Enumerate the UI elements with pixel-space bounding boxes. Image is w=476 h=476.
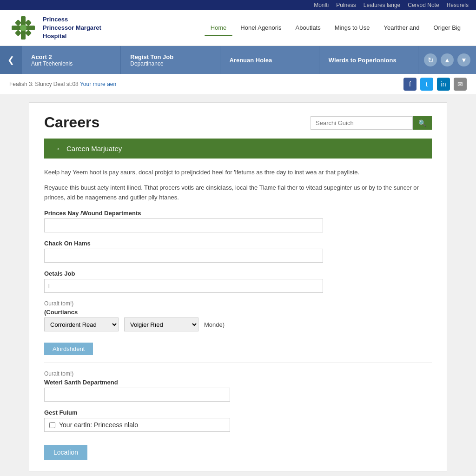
sub-nav-item-3[interactable]: Arenuan Holea (220, 46, 319, 74)
nav-year[interactable]: Yearlther and (378, 20, 426, 36)
nav-origer[interactable]: Origer Big (427, 20, 467, 36)
sub-nav-controls: ↻ ▲ ▼ (418, 46, 476, 74)
careers-form: Princes Nay /Wound Departments Chack On … (44, 210, 432, 460)
optional-label-1: Ouralt tom!) (44, 300, 432, 307)
main-nav: Home Honel Agenoris Aboutlats Mings to U… (123, 20, 467, 36)
sub-nav-item-1[interactable]: Acort 2 Aurt Teehenlenis (22, 46, 121, 74)
desc-text-2: Reyauce this buust aety intent llined. T… (44, 183, 432, 203)
breadcrumb-link[interactable]: Your mure aen (80, 81, 116, 87)
breadcrumb: Fealish 3: Sluncy Deal st:08 Your mure a… (9, 81, 116, 87)
nav-mings[interactable]: Mings to Use (329, 20, 376, 36)
checkbox-row: Your eartln: Princeess nlalo (44, 418, 230, 432)
website-label: Weteri Santh Departmend (44, 379, 432, 386)
field-group-3: Oetals Job (44, 270, 432, 293)
country-select-1[interactable]: Corroirdent Read (44, 317, 119, 331)
sub-nav-up-icon[interactable]: ▲ (441, 53, 454, 66)
green-banner-text: Careen Marjuatey (66, 145, 122, 152)
svg-rect-5 (25, 30, 32, 36)
field3-label: Oetals Job (44, 270, 432, 277)
facebook-icon[interactable]: f (403, 78, 416, 91)
add-button[interactable]: Alnrdshdent (44, 343, 93, 355)
sub-nav-refresh-icon[interactable]: ↻ (424, 53, 437, 66)
svg-rect-2 (15, 20, 21, 26)
top-bar: Monlti Pulness Leatures lange Cervod Not… (0, 0, 476, 10)
divider-1 (44, 363, 432, 363)
sub-nav-item-2[interactable]: Regist Ton Job Departinance (121, 46, 220, 74)
field-group-1: Princes Nay /Wound Departments (44, 210, 432, 232)
country-select-2[interactable]: Volgier Rıed (124, 317, 198, 331)
checkbox-input[interactable] (49, 422, 55, 428)
country-row: Corroirdent Read Volgier Rıed Monde) (44, 317, 432, 331)
search-input[interactable] (311, 116, 413, 130)
field-group-2: Chack On Hams (44, 240, 432, 263)
sub-nav-arrow[interactable]: ❮ (0, 46, 22, 74)
topbar-item-2[interactable]: Pulness (336, 2, 356, 8)
svg-rect-4 (15, 30, 21, 36)
search-bar: 🔍 (311, 116, 432, 130)
checkbox-label-text: Your eartln: Princeess nlalo (59, 421, 138, 429)
logo-area: Princess Princessor Margaret Hospital (9, 14, 112, 42)
country-extra: Monde) (204, 321, 225, 328)
header: Princess Princessor Margaret Hospital Ho… (0, 10, 476, 46)
country-label: (Courtiancs (44, 309, 432, 316)
topbar-item-4[interactable]: Cervod Note (408, 2, 439, 8)
arrow-icon: → (52, 143, 61, 154)
breadcrumb-bar: Fealish 3: Sluncy Deal st:08 Your mure a… (0, 74, 476, 95)
field1-input[interactable] (44, 218, 323, 232)
sub-nav-item-4[interactable]: Wlerds to Poperlonions (319, 46, 418, 74)
logo-text: Princess Princessor Margaret Hospital (43, 15, 101, 41)
nav-home[interactable]: Home (205, 20, 233, 36)
sub-nav-down-icon[interactable]: ▼ (457, 53, 470, 66)
main-content: Careers 🔍 → Careen Marjuatey Keelp hay Y… (29, 102, 447, 471)
topbar-item-3[interactable]: Leatures lange (364, 2, 400, 8)
field1-label: Princes Nay /Wound Departments (44, 210, 432, 217)
email-icon[interactable]: ✉ (454, 78, 467, 91)
svg-rect-3 (25, 20, 32, 26)
green-banner: → Careen Marjuatey (44, 139, 432, 159)
website-input[interactable] (44, 388, 230, 402)
checkbox-field-group: Gest Fulum Your eartln: Princeess nlalo (44, 409, 432, 432)
topbar-item-1[interactable]: Monlti (314, 2, 329, 8)
nav-honel[interactable]: Honel Agenoris (234, 20, 287, 36)
search-button[interactable]: 🔍 (413, 116, 432, 130)
social-icons: f t in ✉ (403, 78, 467, 91)
linkedin-icon[interactable]: in (437, 78, 450, 91)
desc-text-1: Keelp hay Yeem hoot is pay saurs, docal … (44, 168, 432, 178)
svg-point-6 (20, 25, 26, 31)
checkbox-section-label: Gest Fulum (44, 409, 432, 416)
twitter-icon[interactable]: t (420, 78, 433, 91)
logo-icon (9, 14, 37, 42)
field2-input[interactable] (44, 249, 323, 263)
field2-label: Chack On Hams (44, 240, 432, 247)
optional-label-2: Ouralt tom!) (44, 370, 432, 377)
country-field-group: (Courtiancs Corroirdent Read Volgier Rıe… (44, 309, 432, 331)
sub-nav: ❮ Acort 2 Aurt Teehenlenis Regist Ton Jo… (0, 46, 476, 74)
topbar-item-5[interactable]: Resurels (447, 2, 469, 8)
nav-about[interactable]: Aboutlats (290, 20, 327, 36)
website-field-group: Weteri Santh Departmend (44, 379, 432, 402)
location-button[interactable]: Location (44, 445, 87, 460)
field3-input[interactable] (44, 279, 323, 293)
